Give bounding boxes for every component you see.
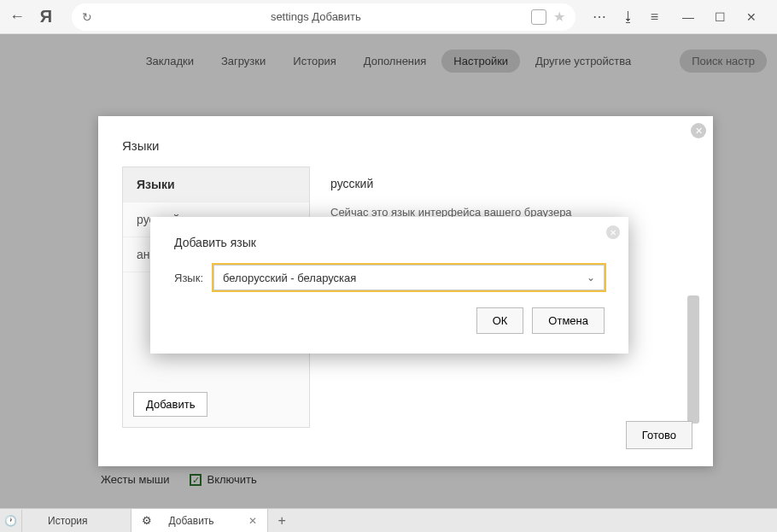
scrollbar[interactable] (687, 295, 699, 424)
toolbar-icons: ⋯ ⭳ ≡ (582, 9, 669, 25)
bottom-tabbar: 🕐 История ⚙ Добавить ✕ + (0, 508, 777, 532)
gear-icon: ⚙ (142, 514, 152, 527)
tab-label: История (48, 515, 88, 527)
content-area: ЗакладкиЗагрузкиИсторияДополненияНастрой… (0, 34, 777, 508)
close-icon[interactable]: ✕ (691, 123, 706, 138)
languages-list-header: Языки (123, 167, 309, 202)
reload-icon[interactable]: ↻ (82, 10, 97, 24)
language-label: Язык: (174, 272, 203, 284)
language-select[interactable]: белорусский - беларуская ⌄ (213, 265, 605, 290)
done-button[interactable]: Готово (626, 421, 692, 449)
current-language: русский (330, 177, 689, 190)
new-tab-button[interactable]: + (268, 513, 296, 529)
chevron-down-icon: ⌄ (587, 272, 595, 284)
shield-icon[interactable] (531, 9, 546, 25)
close-tab-icon[interactable]: ✕ (248, 515, 257, 527)
languages-title: Языки (98, 116, 713, 167)
select-value: белорусский - беларуская (223, 272, 356, 284)
address-text: settings Добавить (108, 10, 524, 23)
downloads-icon[interactable]: ⭳ (622, 9, 635, 25)
add-language-button[interactable]: Добавить (133, 392, 207, 417)
yandex-logo-icon[interactable]: Я (38, 9, 55, 26)
modal-title: Добавить язык (150, 217, 628, 265)
maximize-icon[interactable]: ☐ (715, 10, 726, 24)
address-bar[interactable]: ↻ settings Добавить ★ (72, 3, 575, 31)
cancel-button[interactable]: Отмена (532, 307, 605, 334)
menu-icon[interactable]: ≡ (651, 9, 658, 25)
ok-button[interactable]: ОК (476, 307, 524, 334)
more-icon[interactable]: ⋯ (593, 9, 606, 25)
titlebar: ← Я ↻ settings Добавить ★ ⋯ ⭳ ≡ — ☐ ✕ (0, 0, 777, 34)
add-language-modal: ✕ Добавить язык Язык: белорусский - бела… (150, 217, 628, 354)
close-window-icon[interactable]: ✕ (746, 10, 757, 24)
tab-label: Добавить (162, 515, 238, 527)
clock-icon[interactable]: 🕐 (0, 510, 22, 532)
minimize-icon[interactable]: — (682, 10, 694, 24)
bookmark-star-icon[interactable]: ★ (553, 9, 565, 25)
tab-history[interactable]: История (22, 509, 131, 532)
window-controls: — ☐ ✕ (669, 10, 770, 24)
back-button[interactable]: ← (7, 7, 27, 27)
tab-settings-add[interactable]: ⚙ Добавить ✕ (131, 509, 268, 532)
close-icon[interactable]: ✕ (606, 225, 620, 239)
